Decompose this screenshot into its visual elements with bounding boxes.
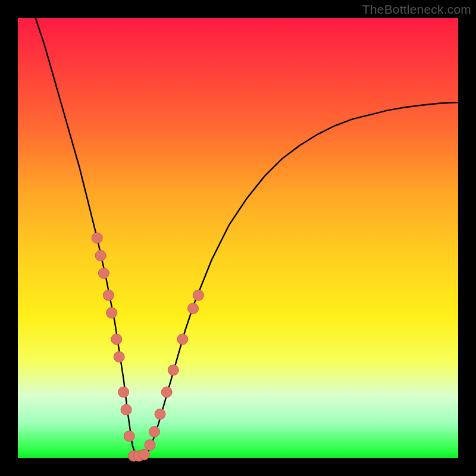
curve-marker xyxy=(168,365,178,375)
curve-marker xyxy=(121,405,131,415)
chart-frame: TheBottleneck.com xyxy=(0,0,476,476)
curve-marker xyxy=(107,308,117,318)
curve-marker xyxy=(124,431,134,441)
curve-markers xyxy=(92,233,203,461)
plot-area xyxy=(18,18,458,458)
curve-marker xyxy=(95,250,106,261)
curve-marker xyxy=(98,268,109,278)
curve-marker xyxy=(139,449,149,460)
curve-marker xyxy=(118,387,129,397)
curve-marker xyxy=(111,334,122,345)
curve-marker xyxy=(161,387,172,397)
watermark-text: TheBottleneck.com xyxy=(362,2,471,17)
curve-marker xyxy=(155,409,165,419)
curve-marker xyxy=(145,440,155,450)
curve-marker xyxy=(92,233,102,243)
curve-marker xyxy=(114,352,124,362)
curve-marker xyxy=(193,290,203,300)
curve-marker xyxy=(149,427,159,437)
curve-marker xyxy=(188,303,199,314)
curve-marker xyxy=(177,334,188,345)
chart-svg xyxy=(18,18,458,458)
curve-marker xyxy=(103,290,114,300)
